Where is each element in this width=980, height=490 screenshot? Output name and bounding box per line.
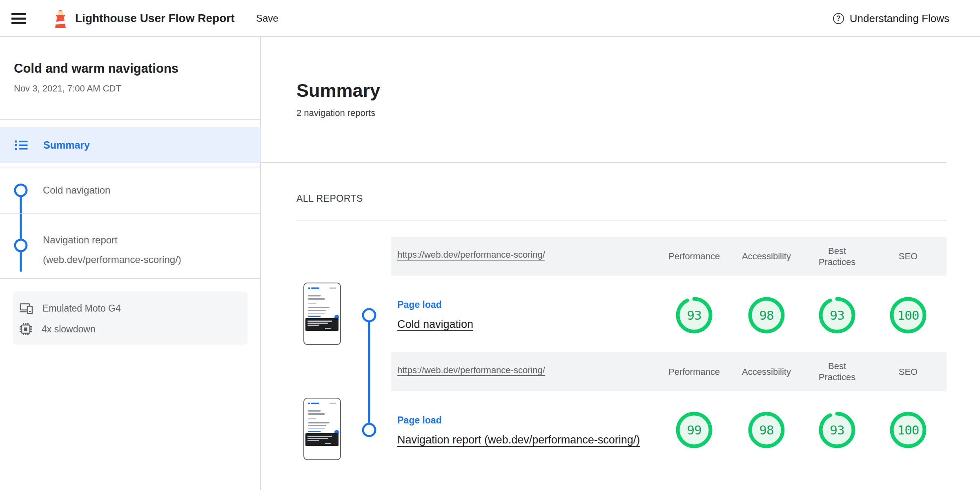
understanding-flows-link[interactable]: ? Understanding Flows	[833, 0, 949, 37]
question-circle-icon: ?	[833, 13, 844, 24]
column-seo: SEO	[873, 352, 943, 391]
throttling-row: 4x slowdown	[20, 323, 96, 335]
all-reports-label: ALL REPORTS	[296, 193, 363, 204]
report-header-row: https://web.dev/performance-scoring/ Per…	[391, 237, 947, 276]
sidebar-item-summary[interactable]: Summary	[0, 127, 261, 163]
column-performance: Performance	[659, 237, 729, 276]
column-accessibility: Accessibility	[732, 352, 801, 391]
help-label: Understanding Flows	[850, 12, 949, 25]
app-title: Lighthouse User Flow Report	[75, 0, 234, 37]
sidebar-divider	[0, 167, 261, 167]
sidebar-divider	[0, 119, 261, 120]
column-seo: SEO	[873, 237, 943, 276]
device-info-box: Emulated Moto G4 4x slowdown	[13, 292, 247, 345]
report-timeline	[361, 303, 377, 442]
device-name: Emulated Moto G4	[42, 303, 121, 314]
memory-chip-icon	[20, 323, 32, 335]
menu-icon[interactable]	[11, 13, 26, 24]
score-value: 100	[898, 308, 919, 323]
report-count: 2 navigation reports	[296, 108, 375, 118]
score-gauge-performance: 99	[676, 412, 713, 448]
score-gauge-seo: 100	[890, 297, 927, 334]
score-gauge-best-practices: 93	[819, 297, 855, 334]
score-gauge-accessibility: 98	[748, 297, 785, 334]
report-name-link[interactable]: Cold navigation	[397, 318, 473, 331]
column-accessibility: Accessibility	[732, 237, 801, 276]
score-value: 93	[830, 423, 844, 437]
report-url-link[interactable]: https://web.dev/performance-scoring/	[397, 249, 545, 260]
throttling-value: 4x slowdown	[42, 324, 96, 335]
step-type-label: Page load	[397, 415, 442, 426]
save-button[interactable]: Save	[256, 0, 278, 37]
flow-timestamp: Nov 3, 2021, 7:00 AM CDT	[14, 83, 121, 94]
score-value: 100	[898, 423, 919, 437]
timeline-circle-icon	[363, 309, 375, 321]
timeline-circle-icon	[363, 424, 375, 436]
score-gauge-accessibility: 98	[748, 412, 785, 448]
section-divider	[296, 220, 947, 221]
devices-icon	[20, 303, 33, 314]
column-best-practices: Best Practices	[815, 237, 860, 276]
sidebar-border	[260, 37, 261, 490]
score-value: 98	[759, 423, 773, 437]
report-name-link[interactable]: Navigation report (web.dev/performance-s…	[397, 434, 640, 446]
score-gauge-best-practices: 93	[819, 412, 855, 448]
step-type-label: Page load	[397, 299, 442, 310]
column-best-practices: Best Practices	[815, 352, 860, 391]
report-thumbnail	[303, 283, 341, 345]
sidebar-divider	[0, 278, 261, 279]
sidebar-timeline	[12, 183, 30, 281]
flow-name: Cold and warm navigations	[14, 61, 178, 76]
score-value: 93	[687, 308, 701, 323]
lighthouse-flow-report-page: Lighthouse User Flow Report Save ? Under…	[0, 0, 980, 490]
report-url-link[interactable]: https://web.dev/performance-scoring/	[397, 365, 545, 376]
score-gauge-performance: 93	[676, 297, 713, 334]
thumbnail-cookie-banner	[305, 433, 339, 446]
report-header-row: https://web.dev/performance-scoring/ Per…	[391, 352, 947, 391]
column-performance: Performance	[659, 352, 729, 391]
top-bar: Lighthouse User Flow Report Save ? Under…	[0, 0, 980, 37]
list-icon	[15, 140, 28, 151]
sidebar-divider	[0, 213, 261, 214]
sidebar-item-navigation-report[interactable]: Navigation report (web.dev/performance-s…	[43, 230, 181, 270]
score-gauge-seo: 100	[890, 412, 927, 448]
sidebar-item-label: Summary	[43, 139, 90, 151]
score-value: 93	[830, 308, 844, 323]
timeline-circle-icon	[15, 240, 27, 251]
lighthouse-logo-icon	[53, 10, 68, 28]
thumbnail-cookie-banner	[305, 318, 339, 331]
report-thumbnail	[303, 398, 341, 460]
score-value: 98	[759, 308, 773, 323]
sidebar-item-cold-navigation[interactable]: Cold navigation	[43, 185, 110, 196]
timeline-circle-icon	[15, 185, 27, 196]
device-row: Emulated Moto G4	[20, 303, 121, 314]
page-title: Summary	[296, 80, 380, 101]
score-value: 99	[687, 423, 701, 437]
main-divider	[261, 162, 947, 163]
